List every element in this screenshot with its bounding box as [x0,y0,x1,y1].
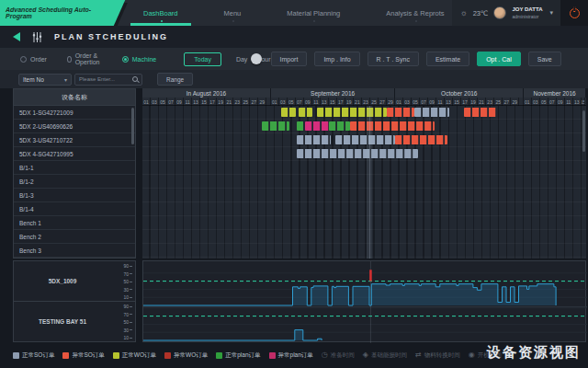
gantt-bar-wo[interactable] [299,108,312,117]
topbar-right: ☼ 23℃ JOY DATTA administrator ▾ [452,0,588,26]
item-no-label: Item No [23,76,44,83]
gantt-bar-plan[interactable] [329,121,350,131]
user-panel: ☼ 23℃ JOY DATTA administrator ▾ [452,0,560,26]
equipment-row[interactable]: 5DX 3-US42710722 [14,133,135,147]
radio-order-opertion[interactable]: Order & Opertion [67,52,102,65]
day-cell: 09 [557,98,565,106]
nav-item-dashboard[interactable]: DashBoard [141,0,180,26]
legend-label: 准备时间 [331,351,355,360]
control-bar: OrderOrder & OpertionMachine Today Day H… [0,48,588,70]
day-cell: 25 [242,98,250,106]
save-button[interactable]: Save [528,52,561,66]
load-area [143,284,556,305]
axis-tick: 10 [123,335,132,340]
radio-circle [122,56,129,63]
item-no-select[interactable]: Item No ▾ [18,74,72,86]
gantt-bar-so_err[interactable] [387,108,413,117]
day-cell: 11 [184,98,192,106]
equipment-row[interactable]: 5DX 4-SG42710995 [14,147,135,161]
day-cell: 15 [582,98,586,106]
gantt-bar-so_err[interactable] [464,108,497,117]
gantt-row [142,106,586,120]
swap-icon: ⇄ [415,351,422,359]
gantt-row [142,216,586,230]
gantt-bar-so[interactable] [335,135,395,144]
legend-item-基础能损时间: ◈基础能损时间 [363,351,407,360]
day-cell: 23 [362,98,370,106]
equipment-row[interactable]: Bench 2 [14,230,135,244]
equipment-table: 设备名称 5DX 1-SG427210095DX 2-US406906265DX… [13,88,136,259]
gantt-bar-plan[interactable] [262,121,289,131]
opt-cal-button[interactable]: Opt . Cal [477,52,521,66]
day-cell: 29 [511,98,519,106]
power-icon [570,8,580,18]
day-cell: 07 [167,98,175,106]
nav-item-menu[interactable]: Menu [222,0,243,26]
gantt-bar-plan_err[interactable] [305,121,329,131]
gantt-row [142,147,586,161]
search-input[interactable] [79,76,130,82]
action-buttons: ImportImp . InfoR . T . SyncEstimateOpt … [271,52,561,66]
day-cell: 21 [478,98,486,106]
gantt-bar-so_err[interactable] [395,135,447,144]
equipment-row[interactable]: 5DX 1-SG42721009 [14,106,135,120]
day-cell: 27 [379,98,387,106]
gantt-bar-wo[interactable] [281,108,296,117]
nav-dot [415,20,417,22]
equipment-row[interactable]: B/1-3 [14,189,135,202]
day-cell: 01 [142,98,151,106]
r-t-sync-button[interactable]: R . T . Sync [368,52,419,66]
gantt-bar-plan[interactable] [297,121,305,131]
radio-circle [20,56,27,63]
equipment-row[interactable]: B/1-1 [14,161,135,175]
equipment-scrollbar[interactable] [131,108,134,144]
back-button[interactable] [13,32,20,41]
estimate-button[interactable]: Estimate [426,52,469,66]
gantt-bar-so[interactable] [297,149,418,158]
equipment-row[interactable]: B/1-4 [14,202,135,216]
equipment-row[interactable]: 5DX 2-US40690626 [14,120,135,133]
equipment-row[interactable]: Bench 3 [14,244,135,258]
equipment-row[interactable]: B/1-2 [14,175,135,189]
gantt-bar-so[interactable] [297,135,331,144]
day-cell: 17 [337,98,345,106]
diamond-icon: ◈ [363,351,368,359]
radio-circle [67,56,72,63]
day-cell: 03 [403,98,412,106]
nav-item-analysis-reprots[interactable]: Analysis & Reprots [384,0,446,26]
day-cell: 05 [412,98,420,106]
filter-bar: Item No ▾ Range [0,70,588,88]
logout-button[interactable] [560,0,588,26]
day-cell: 19 [217,98,225,106]
nav-label: Material Planning [287,9,340,17]
today-button[interactable]: Today [184,52,221,66]
view-radio-group: OrderOrder & OpertionMachine [20,52,176,65]
chevron-down-icon[interactable]: ▾ [549,9,553,17]
equipment-row[interactable]: Bench 1 [14,216,135,230]
gantt-bar-so_err[interactable] [350,121,435,131]
day-cell: 15 [453,98,461,106]
import-button[interactable]: Import [271,52,308,66]
legend-label: 正常WO订单 [122,351,156,360]
day-cell: 03 [279,98,288,106]
gantt-bar-so[interactable] [414,108,449,117]
search-icon[interactable] [132,76,138,82]
gantt-scrollbar[interactable] [582,110,585,152]
load-lane-label: TESTING BAY 519070503010 [14,302,135,342]
radio-machine[interactable]: Machine [122,52,156,65]
avatar[interactable] [493,6,506,19]
imp-info-button[interactable]: Imp . Info [314,52,359,66]
temperature-label: 23℃ [473,9,489,17]
legend-item-物料转换时间: ⇄物料转换时间 [415,351,460,360]
equipment-rows: 5DX 1-SG427210095DX 2-US406906265DX 3-US… [14,106,135,258]
radio-order[interactable]: Order [20,52,47,65]
gantt-bar-wo[interactable] [317,108,388,117]
nav-label: DashBoard [143,9,178,17]
legend-item-异常wo订单: 异常WO订单 [164,351,208,360]
gantt-row [142,161,586,175]
range-button[interactable]: Range [157,73,193,86]
load-chart-svg [143,261,587,343]
nav-item-material-planning[interactable]: Material Planning [285,0,342,26]
weather-icon: ☼ [459,8,467,17]
day-cell: 01 [395,98,403,106]
